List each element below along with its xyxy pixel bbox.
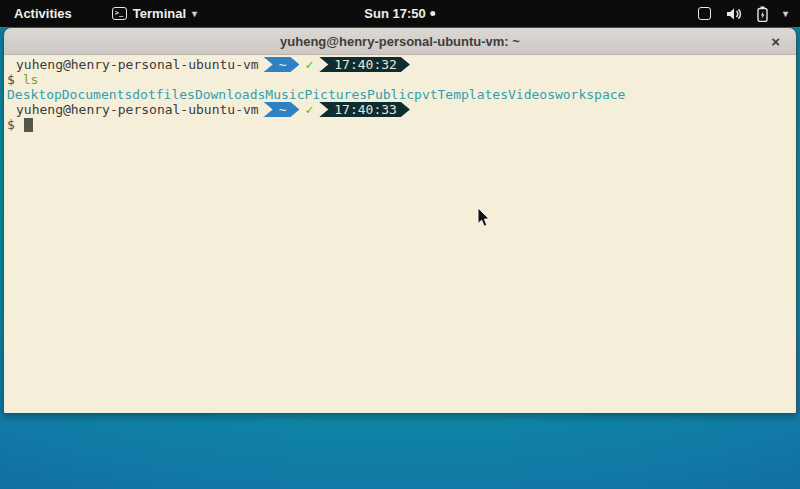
- directory-item: Videos: [508, 87, 555, 102]
- clock-label: Sun 17:50: [364, 6, 425, 21]
- terminal-cursor: [24, 118, 33, 132]
- chevron-down-icon: ▾: [192, 8, 197, 19]
- prompt-line: yuheng@henry-personal-ubuntu-vm ~ ✓ 17:4…: [7, 102, 796, 117]
- volume-icon: [726, 7, 742, 21]
- directory-item: Templates: [438, 87, 508, 102]
- directory-item: Desktop: [7, 87, 62, 102]
- window-titlebar[interactable]: yuheng@henry-personal-ubuntu-vm: ~ ×: [4, 28, 796, 55]
- directory-item: dotfiles: [132, 87, 195, 102]
- battery-charging-icon: [757, 6, 768, 22]
- top-bar: Activities >_ Terminal ▾ Sun 17:50 ▾: [0, 0, 800, 27]
- window-title: yuheng@henry-personal-ubuntu-vm: ~: [280, 34, 520, 49]
- prompt-time-segment: 17:40:33: [319, 102, 410, 117]
- prompt-line: yuheng@henry-personal-ubuntu-vm ~ ✓ 17:4…: [7, 57, 796, 72]
- prompt-host: yuheng@henry-personal-ubuntu-vm: [16, 57, 259, 72]
- close-icon[interactable]: ×: [771, 34, 780, 49]
- command-text: ls: [23, 72, 39, 87]
- directory-item: workspace: [555, 87, 625, 102]
- prompt-dollar: $: [7, 72, 15, 87]
- directory-item: Pictures: [304, 87, 367, 102]
- terminal-app-icon: >_: [112, 7, 127, 20]
- app-menu-label: Terminal: [133, 6, 186, 21]
- command-line: $ ls: [7, 72, 796, 87]
- directory-list: Desktop Documents dotfiles Downloads Mus…: [7, 87, 796, 102]
- desktop: { "top_bar": { "activities_label": "Acti…: [0, 0, 800, 489]
- input-line[interactable]: $: [7, 117, 796, 132]
- activities-button[interactable]: Activities: [10, 6, 76, 21]
- prompt-path-segment: ~: [264, 102, 300, 117]
- terminal-content[interactable]: yuheng@henry-personal-ubuntu-vm ~ ✓ 17:4…: [4, 55, 796, 413]
- directory-item: pvt: [414, 87, 437, 102]
- directory-item: Documents: [62, 87, 132, 102]
- check-icon: ✓: [305, 57, 313, 72]
- check-icon: ✓: [305, 102, 313, 117]
- directory-item: Public: [367, 87, 414, 102]
- app-menu-terminal[interactable]: >_ Terminal ▾: [112, 6, 197, 21]
- prompt-dollar: $: [7, 117, 15, 132]
- prompt-host: yuheng@henry-personal-ubuntu-vm: [16, 102, 259, 117]
- terminal-window: yuheng@henry-personal-ubuntu-vm: ~ × yuh…: [3, 27, 797, 414]
- notification-dot: [431, 11, 436, 16]
- directory-item: Downloads: [195, 87, 265, 102]
- prompt-time-segment: 17:40:32: [319, 57, 410, 72]
- directory-item: Music: [265, 87, 304, 102]
- chevron-down-icon: ▾: [783, 8, 788, 19]
- prompt-path-segment: ~: [264, 57, 300, 72]
- clock-button[interactable]: Sun 17:50: [364, 6, 435, 21]
- system-status-area[interactable]: ▾: [698, 6, 788, 22]
- display-icon: [698, 7, 711, 20]
